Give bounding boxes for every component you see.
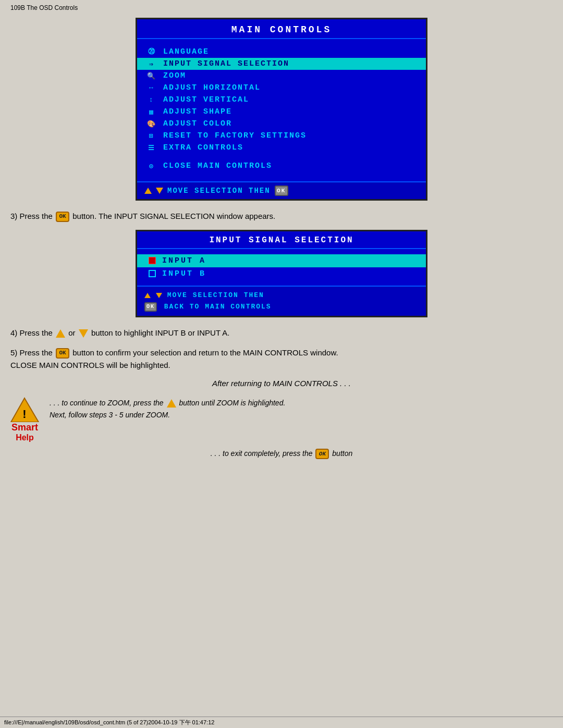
nav-tri-down2 <box>156 293 162 298</box>
input-signal-gap <box>137 249 426 254</box>
ok-button-exit: OK <box>315 449 329 459</box>
tri-up-smart-icon <box>167 399 176 408</box>
input-signal-screen: INPUT SIGNAL SELECTION INPUT A INPUT B M… <box>136 230 427 317</box>
smart-help-section: ! Smart Help . . . to continue to ZOOM, … <box>10 397 553 442</box>
shape-icon: ▦ <box>144 108 159 116</box>
top-bar: 109B The OSD Controls <box>10 4 553 11</box>
close-icon: ⊙ <box>144 162 159 170</box>
horizontal-icon: ↔ <box>144 84 159 92</box>
input-signal-bottom: MOVE SELECTION THEN OK BACK TO MAIN CONT… <box>137 286 426 316</box>
input-b-item[interactable]: INPUT B <box>137 267 426 280</box>
step4-text: 4) Press the or button to highlight INPU… <box>10 327 553 339</box>
menu-item-shape[interactable]: ▦ ADJUST SHAPE <box>137 106 426 118</box>
step5-text: 5) Press the OK button to confirm your s… <box>10 347 553 372</box>
input-signal-gap2 <box>137 280 426 286</box>
menu-item-language[interactable]: ⑳ LANGUAGE <box>137 45 426 58</box>
input-signal-icon: ⇒ <box>144 60 159 68</box>
nav-tri-up2 <box>144 293 151 298</box>
menu-item-zoom[interactable]: 🔍 ZOOM <box>137 70 426 82</box>
bottom-move-label: MOVE SELECTION THEN <box>167 187 271 195</box>
input-signal-bottom-line2: OK BACK TO MAIN CONTROLS <box>144 301 419 313</box>
help-label: Help <box>16 433 34 442</box>
exit-line: . . . to exit completely, press the OK b… <box>10 449 553 459</box>
input-a-icon <box>146 257 158 264</box>
step3-text: 3) Press the OK button. The INPUT SIGNAL… <box>10 210 553 223</box>
menu-item-reset[interactable]: ⊞ RESET TO FACTORY SETTINGS <box>137 130 426 142</box>
menu-item-close[interactable]: ⊙ CLOSE MAIN CONTROLS <box>137 160 426 172</box>
menu-item-vertical[interactable]: ↕ ADJUST VERTICAL <box>137 94 426 106</box>
language-icon: ⑳ <box>144 47 159 56</box>
status-bar: file:///E|/manual/english/109B/osd/osd_c… <box>0 717 563 728</box>
menu-item-color[interactable]: 🎨 ADJUST COLOR <box>137 118 426 130</box>
input-b-icon <box>146 270 158 277</box>
extra-icon: ☰ <box>144 144 159 152</box>
nav-tri-down-icon <box>156 188 163 194</box>
smart-help-icon-col: ! Smart Help <box>10 397 39 442</box>
square-outline-icon <box>149 270 156 277</box>
tri-up-icon <box>56 329 65 338</box>
input-signal-title: INPUT SIGNAL SELECTION <box>137 231 426 249</box>
status-bar-text: file:///E|/manual/english/109B/osd/osd_c… <box>4 719 214 725</box>
ok-button-step3: OK <box>56 212 69 222</box>
menu-item-extra[interactable]: ☰ EXTRA CONTROLS <box>137 142 426 154</box>
after-returning-label: After returning to MAIN CONTROLS . . . <box>10 379 553 388</box>
color-icon: 🎨 <box>144 120 159 128</box>
tri-down-icon <box>79 329 88 338</box>
reset-icon: ⊞ <box>144 132 159 140</box>
zoom-icon: 🔍 <box>144 72 159 80</box>
svg-text:!: ! <box>22 408 26 421</box>
smart-help-line1: . . . to continue to ZOOM, press the but… <box>50 397 285 409</box>
input-signal-bottom-line1: MOVE SELECTION THEN <box>144 290 419 301</box>
smart-help-triangle-icon: ! <box>10 397 39 422</box>
ok-badge: OK <box>275 186 288 196</box>
vertical-icon: ↕ <box>144 96 159 104</box>
top-bar-label: 109B The OSD Controls <box>10 4 78 11</box>
nav-tri-up-icon <box>144 188 152 194</box>
smart-label: Smart <box>11 422 38 433</box>
menu-item-input-signal[interactable]: ⇒ INPUT SIGNAL SELECTION <box>137 58 426 70</box>
main-controls-screen: MAIN CONTROLS ⑳ LANGUAGE ⇒ INPUT SIGNAL … <box>136 18 427 201</box>
ok-button-step5: OK <box>56 348 69 359</box>
main-controls-menu: ⑳ LANGUAGE ⇒ INPUT SIGNAL SELECTION 🔍 ZO… <box>137 39 426 181</box>
ok-badge2: OK <box>144 302 157 312</box>
menu-item-horizontal[interactable]: ↔ ADJUST HORIZONTAL <box>137 82 426 94</box>
main-controls-bottom-bar: MOVE SELECTION THEN OK <box>137 181 426 199</box>
smart-help-content: . . . to continue to ZOOM, press the but… <box>50 397 285 421</box>
input-a-item[interactable]: INPUT A <box>137 254 426 267</box>
red-square-icon <box>149 257 156 264</box>
smart-help-line2: Next, follow steps 3 - 5 under ZOOM. <box>50 409 285 421</box>
main-controls-title: MAIN CONTROLS <box>137 19 426 39</box>
